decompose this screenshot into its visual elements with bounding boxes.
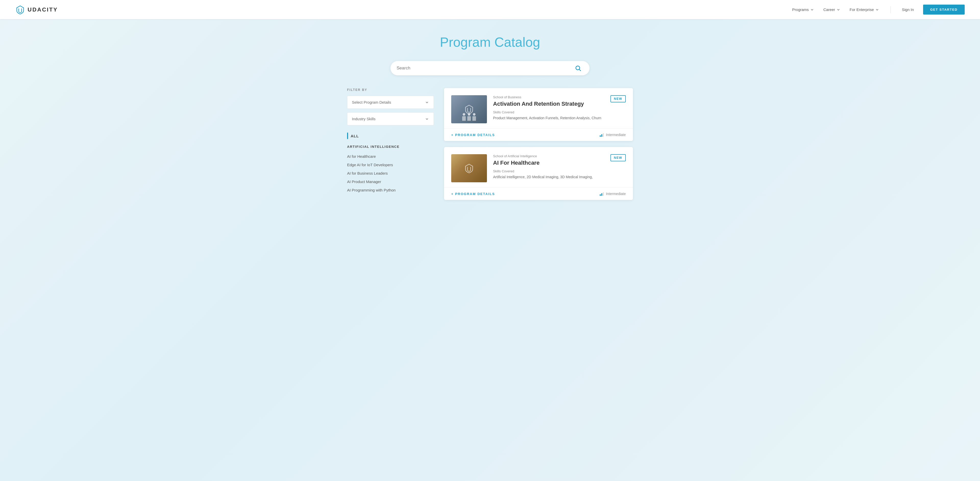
all-category-bar xyxy=(347,132,348,139)
card-level-label-business: Intermediate xyxy=(606,133,626,137)
industry-skills-dropdown[interactable]: Industry Skills xyxy=(347,112,434,125)
sidebar-item-ai-business[interactable]: AI for Business Leaders xyxy=(347,169,434,177)
program-details-dropdown-label: Select Program Details xyxy=(352,100,391,104)
card-badge-ai: NEW xyxy=(611,154,626,161)
card-title-business: Activation And Retention Strategy xyxy=(493,100,605,107)
level-bar-3-ai xyxy=(603,192,604,196)
sidebar-item-ai-python[interactable]: AI Programming with Python xyxy=(347,186,434,194)
card-school-business: School of Business xyxy=(493,95,605,99)
nav-programs[interactable]: Programs xyxy=(792,7,814,12)
sidebar-ai-section: ARTIFICIAL INTELLIGENCE AI for Healthcar… xyxy=(347,145,434,194)
sidebar-item-edge-ai[interactable]: Edge AI for IoT Developers xyxy=(347,161,434,169)
program-card-ai: School of Artificial Intelligence AI For… xyxy=(444,147,633,200)
level-bar-1 xyxy=(600,135,601,137)
card-top-ai: School of Artificial Intelligence AI For… xyxy=(444,147,633,187)
content-layout: FILTER BY Select Program Details Industr… xyxy=(347,88,633,200)
business-thumb-logo-icon xyxy=(464,104,474,115)
logo-link[interactable]: UDACITY xyxy=(15,5,58,14)
card-thumbnail-business xyxy=(451,95,487,123)
card-title-ai: AI For Healthcare xyxy=(493,159,605,166)
program-card-business: School of Business Activation And Retent… xyxy=(444,88,633,141)
search-input[interactable] xyxy=(396,61,573,75)
nav-links: Programs Career For Enterprise Sign In G… xyxy=(792,5,965,14)
card-skills-label-business: Skills Covered xyxy=(493,110,605,114)
ai-thumb-logo-icon xyxy=(464,163,474,174)
level-bar-3 xyxy=(603,133,604,137)
card-level-label-ai: Intermediate xyxy=(606,192,626,196)
svg-line-1 xyxy=(579,69,581,71)
nav-career[interactable]: Career xyxy=(823,7,840,12)
career-chevron-icon xyxy=(836,8,840,12)
sidebar: FILTER BY Select Program Details Industr… xyxy=(347,88,434,194)
program-details-btn-business[interactable]: + PROGRAM DETAILS xyxy=(451,133,495,137)
card-skills-ai: Artificial Intelligence, 2D Medical Imag… xyxy=(493,174,605,180)
sidebar-item-ai-product-manager[interactable]: AI Product Manager xyxy=(347,177,434,186)
sidebar-item-ai-healthcare[interactable]: AI for Healthcare xyxy=(347,152,434,161)
main-content: Program Catalog FILTER BY Select Program… xyxy=(337,19,643,210)
udacity-logo-icon xyxy=(15,5,25,14)
svg-point-0 xyxy=(576,66,579,70)
navbar: UDACITY Programs Career For Enterprise S… xyxy=(0,0,980,19)
cards-column: School of Business Activation And Retent… xyxy=(444,88,633,200)
level-bars-icon xyxy=(600,133,604,137)
ai-section-title: ARTIFICIAL INTELLIGENCE xyxy=(347,145,434,148)
logo-text: UDACITY xyxy=(27,6,58,13)
nav-enterprise[interactable]: For Enterprise xyxy=(850,7,879,12)
filter-label: FILTER BY xyxy=(347,88,434,92)
thumb-people-decoration xyxy=(462,113,476,121)
page-title: Program Catalog xyxy=(347,35,633,50)
enterprise-chevron-icon xyxy=(875,8,879,12)
card-skills-label-ai: Skills Covered xyxy=(493,169,605,173)
program-details-btn-ai[interactable]: + PROGRAM DETAILS xyxy=(451,192,495,196)
card-thumbnail-ai xyxy=(451,154,487,182)
thumbnail-ai-bg xyxy=(451,154,487,182)
search-button[interactable] xyxy=(573,63,584,73)
card-skills-business: Product Management, Activation Funnels, … xyxy=(493,115,605,121)
programs-chevron-icon xyxy=(810,8,814,12)
card-top-business: School of Business Activation And Retent… xyxy=(444,88,633,128)
all-category[interactable]: ALL xyxy=(347,132,434,139)
all-category-label: ALL xyxy=(351,134,359,138)
card-bottom-ai: + PROGRAM DETAILS Intermediate xyxy=(444,187,633,200)
industry-skills-chevron-icon xyxy=(425,117,429,121)
get-started-button[interactable]: GET STARTED xyxy=(923,5,965,14)
level-bar-2-ai xyxy=(601,193,602,196)
card-level-ai: Intermediate xyxy=(600,192,626,196)
card-info-ai: School of Artificial Intelligence AI For… xyxy=(493,154,605,180)
card-level-business: Intermediate xyxy=(600,133,626,137)
industry-skills-dropdown-label: Industry Skills xyxy=(352,117,375,121)
signin-link[interactable]: Sign In xyxy=(902,7,914,12)
card-bottom-business: + PROGRAM DETAILS Intermediate xyxy=(444,128,633,141)
level-bars-icon-ai xyxy=(600,192,604,196)
card-school-ai: School of Artificial Intelligence xyxy=(493,154,605,158)
program-details-chevron-icon xyxy=(425,100,429,104)
card-info-business: School of Business Activation And Retent… xyxy=(493,95,605,121)
program-details-dropdown[interactable]: Select Program Details xyxy=(347,96,434,109)
search-icon xyxy=(575,65,581,72)
search-bar xyxy=(390,61,590,75)
search-bar-wrapper xyxy=(347,61,633,75)
level-bar-1-ai xyxy=(600,194,601,196)
card-badge-business: NEW xyxy=(611,95,626,102)
level-bar-2 xyxy=(601,134,602,137)
thumbnail-business-bg xyxy=(451,95,487,123)
